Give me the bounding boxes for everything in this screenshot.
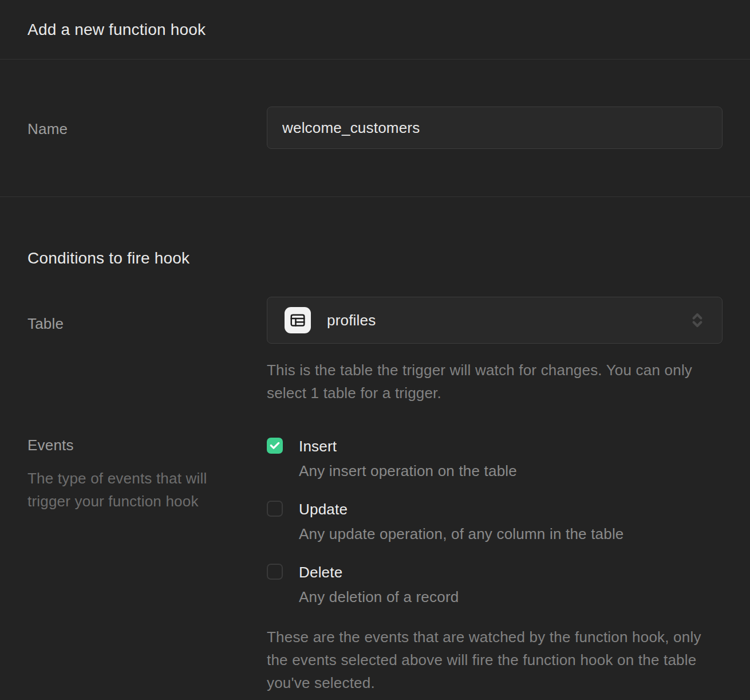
events-helper-text: These are the events that are watched by… [267, 626, 719, 694]
table-select[interactable]: profiles [267, 297, 723, 344]
insert-checkbox[interactable] [267, 438, 283, 454]
add-function-hook-panel: Add a new function hook Name Conditions … [0, 0, 750, 700]
table-label: Table [27, 297, 267, 333]
event-text-block: Update Any update operation, of any colu… [299, 500, 624, 545]
chevron-up-down-icon [688, 310, 707, 330]
table-select-value: profiles [327, 312, 688, 329]
events-label: Events [27, 436, 267, 454]
table-label-column: Table [27, 297, 267, 404]
name-field-column [267, 107, 723, 149]
events-field-row: Events The type of events that will trig… [27, 436, 723, 694]
delete-label: Delete [299, 563, 459, 582]
events-label-column: Events The type of events that will trig… [27, 436, 267, 694]
delete-description: Any deletion of a record [299, 585, 459, 608]
name-label: Name [27, 107, 267, 138]
event-option-update: Update Any update operation, of any colu… [267, 500, 723, 545]
table-icon [285, 307, 311, 333]
name-input[interactable] [267, 107, 723, 149]
events-options-column: Insert Any insert operation on the table… [267, 436, 723, 694]
event-text-block: Delete Any deletion of a record [299, 563, 459, 608]
name-section: Name [0, 60, 750, 197]
name-label-column: Name [27, 107, 267, 149]
table-field-column: profiles This is the table the trigger w… [267, 297, 723, 404]
update-label: Update [299, 500, 624, 519]
page-title: Add a new function hook [27, 21, 206, 39]
table-field-row: Table profiles [27, 297, 723, 404]
update-description: Any update operation, of any column in t… [299, 522, 624, 545]
conditions-section: Conditions to fire hook Table profiles [0, 197, 750, 700]
insert-description: Any insert operation on the table [299, 459, 517, 482]
table-helper-text: This is the table the trigger will watch… [267, 359, 723, 404]
panel-header: Add a new function hook [0, 0, 750, 60]
events-description: The type of events that will trigger you… [27, 467, 228, 513]
delete-checkbox[interactable] [267, 564, 283, 580]
event-option-delete: Delete Any deletion of a record [267, 563, 723, 608]
event-text-block: Insert Any insert operation on the table [299, 436, 517, 482]
update-checkbox[interactable] [267, 501, 283, 517]
insert-label: Insert [299, 436, 517, 456]
check-icon [269, 440, 281, 451]
conditions-section-title: Conditions to fire hook [27, 249, 723, 268]
event-option-insert: Insert Any insert operation on the table [267, 436, 723, 482]
